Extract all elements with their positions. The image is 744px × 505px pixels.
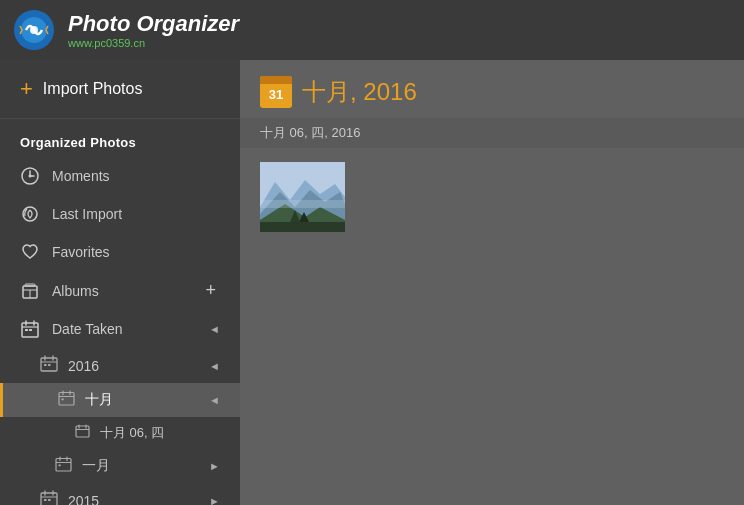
svg-rect-7: [25, 284, 35, 286]
import-plus-icon: +: [20, 78, 33, 100]
sidebar-item-last-import[interactable]: Last Import: [0, 195, 240, 233]
svg-rect-41: [48, 499, 51, 501]
svg-rect-26: [62, 399, 64, 401]
favorites-label: Favorites: [52, 244, 110, 260]
sidebar-day-oct06[interactable]: 十月 06, 四: [0, 417, 240, 449]
albums-icon: [20, 281, 40, 301]
content-area: 31 十月, 2016 十月 06, 四, 2016: [240, 60, 744, 505]
october-arrow: ◄: [209, 394, 220, 406]
sidebar-item-moments[interactable]: Moments: [0, 157, 240, 195]
main-layout: + Import Photos Organized Photos Moments: [0, 60, 744, 505]
date-taken-label: Date Taken: [52, 321, 209, 337]
month-title: 十月, 2016: [302, 76, 417, 108]
last-import-icon: [20, 204, 40, 224]
svg-point-2: [30, 26, 38, 34]
svg-rect-49: [260, 200, 345, 208]
import-photos-button[interactable]: + Import Photos: [0, 60, 240, 119]
app-logo: [12, 8, 56, 52]
date-subheader-text: 十月 06, 四, 2016: [260, 125, 360, 140]
photo-thumbnail[interactable]: [260, 162, 345, 232]
date-taken-arrow: ◄: [209, 323, 220, 335]
title-bar: Photo Organizer www.pc0359.cn: [0, 0, 744, 60]
favorites-icon: [20, 242, 40, 262]
photos-grid: [240, 148, 744, 246]
last-import-label: Last Import: [52, 206, 122, 222]
sidebar-item-date-taken[interactable]: Date Taken ◄: [0, 310, 240, 348]
svg-rect-40: [44, 499, 47, 501]
svg-rect-14: [25, 329, 28, 331]
moments-icon: [20, 166, 40, 186]
svg-rect-27: [76, 426, 89, 437]
svg-point-4: [29, 175, 32, 178]
svg-rect-31: [56, 459, 71, 472]
year-2015-icon: [40, 490, 58, 505]
january-arrow: ►: [209, 460, 220, 472]
organized-section: Organized Photos: [0, 119, 240, 157]
sidebar-year-2016[interactable]: 2016 ◄: [0, 348, 240, 383]
year-2016-label: 2016: [68, 358, 209, 374]
add-album-button[interactable]: +: [201, 280, 220, 301]
year-2015-arrow: ►: [209, 495, 220, 506]
sidebar-month-january[interactable]: 一月 ►: [0, 449, 240, 483]
october-label: 十月: [85, 391, 209, 409]
october-icon: [58, 390, 75, 410]
app-title-block: Photo Organizer www.pc0359.cn: [68, 11, 239, 49]
date-taken-icon: [20, 319, 40, 339]
day-oct06-label: 十月 06, 四: [100, 424, 164, 442]
january-icon: [55, 456, 72, 476]
month-header: 31 十月, 2016: [240, 60, 744, 118]
year-2016-arrow: ◄: [209, 360, 220, 372]
january-label: 一月: [82, 457, 209, 475]
app-subtitle: www.pc0359.cn: [68, 37, 239, 49]
day-oct06-icon: [75, 424, 90, 442]
svg-rect-35: [59, 465, 61, 467]
year-2016-icon: [40, 355, 58, 376]
svg-rect-48: [260, 222, 345, 232]
svg-rect-20: [44, 364, 47, 366]
svg-rect-22: [59, 393, 74, 406]
moments-label: Moments: [52, 168, 110, 184]
import-label: Import Photos: [43, 80, 143, 98]
sidebar-item-favorites[interactable]: Favorites: [0, 233, 240, 271]
svg-rect-21: [48, 364, 51, 366]
sidebar-year-2015[interactable]: 2015 ►: [0, 483, 240, 505]
sidebar-month-october[interactable]: 十月 ◄: [0, 383, 240, 417]
sidebar-item-albums[interactable]: Albums +: [0, 271, 240, 310]
app-title: Photo Organizer: [68, 11, 239, 37]
sidebar: + Import Photos Organized Photos Moments: [0, 60, 240, 505]
albums-label: Albums: [52, 283, 201, 299]
svg-rect-15: [29, 329, 32, 331]
date-subheader: 十月 06, 四, 2016: [240, 118, 744, 148]
year-2015-label: 2015: [68, 493, 209, 506]
calendar-header-icon: 31: [260, 76, 292, 108]
calendar-day-number: 31: [269, 87, 283, 102]
organized-photos-label: Organized Photos: [20, 135, 136, 150]
